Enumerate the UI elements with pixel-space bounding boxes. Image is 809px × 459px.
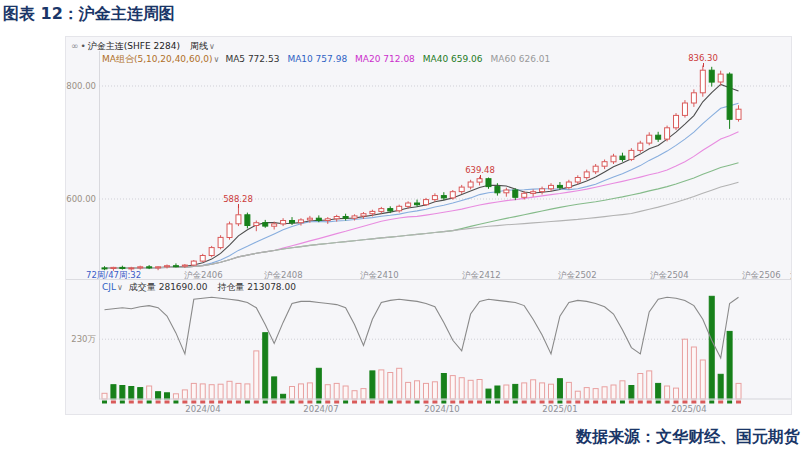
bullet-icon: • [81,41,86,51]
volume-axis-label: 230万 [66,334,96,346]
price-axis-label: 600.00 [66,194,96,204]
link-icon[interactable]: ∞ [71,41,78,51]
price-candlestick-chart [99,59,792,279]
price-axis-label: 800.00 [66,81,96,91]
report-figure: 图表 12：沪金主连周图 ∞•沪金主连(SHFE 2284)周线∨ MA组合(5… [0,0,809,459]
period-selector[interactable]: 周线∨ [190,41,215,51]
date-label: 2025/01 [530,404,590,414]
chart-header: ∞•沪金主连(SHFE 2284)周线∨ [71,40,215,53]
date-label: 2024/04 [173,404,233,414]
chevron-down-icon: ∨ [209,42,215,51]
figure-title: 图表 12：沪金主连周图 [3,4,175,25]
volume-chart [99,291,792,405]
pane-divider [66,279,792,280]
instrument-name: 沪金主连(SHFE 2284) [88,41,180,51]
chart-panel: ∞•沪金主连(SHFE 2284)周线∨ MA组合(5,10,20,40,60,… [65,36,792,415]
date-label: 2024/10 [412,404,472,414]
data-source: 数据来源：文华财经、国元期货 [576,427,800,448]
date-label: 2024/07 [291,404,351,414]
date-label: 2025/04 [659,404,719,414]
